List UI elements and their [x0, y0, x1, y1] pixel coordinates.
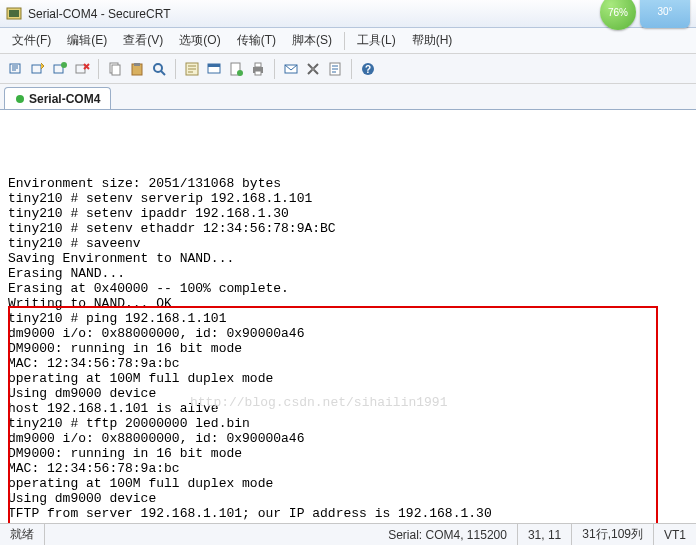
print-icon[interactable] [248, 59, 268, 79]
log-icon[interactable] [226, 59, 246, 79]
menu-script[interactable]: 脚本(S) [284, 29, 340, 52]
status-term-type: VT1 [654, 524, 696, 545]
svg-point-21 [311, 67, 315, 71]
svg-point-5 [61, 62, 67, 68]
find-icon[interactable] [149, 59, 169, 79]
terminal-line: Saving Environment to NAND... [8, 251, 688, 266]
cpu-gauge-widget: 76% [600, 0, 636, 30]
terminal-line: DM9000: running in 16 bit mode [8, 341, 688, 356]
script-icon[interactable] [325, 59, 345, 79]
svg-rect-6 [76, 65, 85, 73]
session-icon[interactable] [204, 59, 224, 79]
tab-label: Serial-COM4 [29, 92, 100, 106]
terminal-line: dm9000 i/o: 0x88000000, id: 0x90000a46 [8, 431, 688, 446]
terminal-line: Using dm9000 device [8, 491, 688, 506]
terminal-line: Environment size: 2051/131068 bytes [8, 176, 688, 191]
svg-rect-19 [255, 71, 261, 75]
toolbar: ? [0, 54, 696, 84]
terminal-line: Writing to NAND... OK [8, 296, 688, 311]
toolbar-separator [98, 59, 99, 79]
svg-point-11 [154, 64, 162, 72]
status-bar: 就绪 Serial: COM4, 115200 31, 11 31行,109列 … [0, 523, 696, 545]
connected-icon [15, 94, 25, 104]
menu-bar: 文件(F) 编辑(E) 查看(V) 选项(O) 传输(T) 脚本(S) 工具(L… [0, 28, 696, 54]
tab-bar: Serial-COM4 [0, 84, 696, 110]
svg-rect-3 [32, 65, 41, 73]
menu-options[interactable]: 选项(O) [171, 29, 228, 52]
svg-rect-1 [9, 10, 19, 17]
app-icon [6, 6, 22, 22]
status-cursor-pos: 31, 11 [518, 524, 572, 545]
reconnect-icon[interactable] [50, 59, 70, 79]
disconnect-icon[interactable] [72, 59, 92, 79]
terminal-line: Using dm9000 device [8, 386, 688, 401]
desktop-widgets: 76% 30° [600, 0, 696, 30]
menu-help[interactable]: 帮助(H) [404, 29, 461, 52]
terminal-line: Erasing NAND... [8, 266, 688, 281]
terminal-output[interactable]: http://blog.csdn.net/sihailin1991 Enviro… [0, 110, 696, 545]
svg-rect-14 [208, 64, 220, 67]
status-connection: Serial: COM4, 115200 [378, 524, 518, 545]
menu-tools[interactable]: 工具(L) [349, 29, 404, 52]
quick-connect-icon[interactable] [28, 59, 48, 79]
terminal-line [8, 161, 688, 176]
settings-icon[interactable] [303, 59, 323, 79]
menu-view[interactable]: 查看(V) [115, 29, 171, 52]
terminal-line: TFTP from server 192.168.1.101; our IP a… [8, 506, 688, 521]
terminal-line: tiny210 # ping 192.168.1.101 [8, 311, 688, 326]
svg-point-25 [16, 95, 24, 103]
terminal-line: host 192.168.1.101 is alive [8, 401, 688, 416]
terminal-line: operating at 100M full duplex mode [8, 371, 688, 386]
terminal-line: tiny210 # saveenv [8, 236, 688, 251]
terminal-line: tiny210 # tftp 20000000 led.bin [8, 416, 688, 431]
terminal-line: tiny210 # setenv ethaddr 12:34:56:78:9A:… [8, 221, 688, 236]
weather-widget: 30° [640, 0, 690, 28]
terminal-line: MAC: 12:34:56:78:9a:bc [8, 461, 688, 476]
properties-icon[interactable] [182, 59, 202, 79]
title-bar: Serial-COM4 - SecureCRT [0, 0, 696, 28]
terminal-line: Erasing at 0x40000 -- 100% complete. [8, 281, 688, 296]
terminal-line: tiny210 # setenv serverip 192.168.1.101 [8, 191, 688, 206]
svg-point-16 [237, 70, 243, 76]
toolbar-separator [274, 59, 275, 79]
menu-transport[interactable]: 传输(T) [229, 29, 284, 52]
terminal-line: dm9000 i/o: 0x88000000, id: 0x90000a46 [8, 326, 688, 341]
toolbar-separator [175, 59, 176, 79]
svg-rect-8 [112, 65, 120, 75]
svg-rect-10 [134, 63, 140, 66]
menu-edit[interactable]: 编辑(E) [59, 29, 115, 52]
window-title: Serial-COM4 - SecureCRT [28, 7, 170, 21]
toolbar-separator [351, 59, 352, 79]
help-icon[interactable]: ? [358, 59, 378, 79]
svg-text:?: ? [365, 64, 371, 75]
menu-separator [344, 32, 345, 50]
send-icon[interactable] [281, 59, 301, 79]
svg-rect-18 [255, 63, 261, 67]
session-tab[interactable]: Serial-COM4 [4, 87, 111, 109]
status-ready: 就绪 [0, 524, 45, 545]
paste-icon[interactable] [127, 59, 147, 79]
terminal-line: operating at 100M full duplex mode [8, 476, 688, 491]
terminal-line: tiny210 # setenv ipaddr 192.168.1.30 [8, 206, 688, 221]
status-size: 31行,109列 [572, 524, 654, 545]
terminal-line: MAC: 12:34:56:78:9a:bc [8, 356, 688, 371]
connect-icon[interactable] [6, 59, 26, 79]
menu-file[interactable]: 文件(F) [4, 29, 59, 52]
copy-icon[interactable] [105, 59, 125, 79]
terminal-line: DM9000: running in 16 bit mode [8, 446, 688, 461]
